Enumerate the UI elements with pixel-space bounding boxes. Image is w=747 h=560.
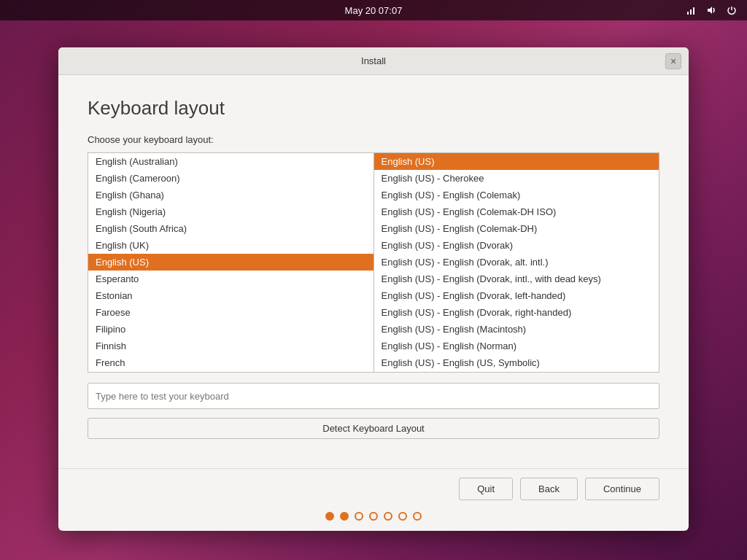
progress-dot-6: [398, 512, 407, 521]
progress-dot-3: [355, 512, 363, 521]
progress-dot-2: [340, 512, 349, 521]
list-item[interactable]: English (US): [88, 254, 374, 271]
list-item[interactable]: English (South Africa): [88, 220, 374, 237]
list-item[interactable]: English (US) - English (Dvorak, alt. int…: [374, 254, 659, 271]
progress-dot-7: [413, 512, 422, 521]
progress-dot-1: [325, 512, 334, 521]
progress-dot-5: [384, 512, 392, 521]
list-item[interactable]: English (Australian): [88, 153, 374, 170]
keyboard-lists: English (Australian)English (Cameroon)En…: [88, 152, 659, 373]
close-button[interactable]: ×: [665, 53, 681, 69]
list-item[interactable]: English (Nigeria): [88, 203, 374, 220]
svg-rect-1: [690, 9, 692, 15]
list-item[interactable]: English (US) - English (Dvorak): [374, 237, 659, 254]
list-item[interactable]: Finnish: [88, 338, 374, 354]
continue-button[interactable]: Continue: [585, 478, 659, 500]
list-item[interactable]: English (US) - English (US, Symbolic): [374, 354, 659, 371]
list-item[interactable]: English (US) - English (Dvorak, right-ha…: [374, 304, 659, 321]
topbar-icons: [684, 4, 738, 17]
list-item[interactable]: French: [88, 354, 374, 371]
install-dialog: Install × Keyboard layout Choose your ke…: [58, 47, 689, 531]
choose-label: Choose your keyboard layout:: [88, 134, 659, 145]
list-item[interactable]: English (US) - English (Norman): [374, 338, 659, 354]
layout-variant-list[interactable]: English (US)English (US) - CherokeeEngli…: [374, 152, 660, 373]
detect-layout-button[interactable]: Detect Keyboard Layout: [88, 418, 659, 439]
keyboard-test-input[interactable]: [88, 383, 659, 409]
svg-rect-2: [693, 7, 694, 15]
list-item[interactable]: English (US) - English (Colemak-DH ISO): [374, 203, 659, 220]
content-area: Keyboard layout Choose your keyboard lay…: [58, 75, 689, 468]
list-item[interactable]: English (US) - English (Dvorak, left-han…: [374, 287, 659, 304]
list-item[interactable]: English (US) - English (Dvorak, intl., w…: [374, 271, 659, 287]
svg-marker-3: [708, 7, 712, 14]
page-title: Keyboard layout: [88, 97, 659, 120]
list-item[interactable]: Faroese: [88, 304, 374, 321]
list-item[interactable]: English (Ghana): [88, 187, 374, 203]
title-bar: Install ×: [58, 47, 689, 75]
topbar: May 20 07:07: [0, 0, 747, 20]
quit-button[interactable]: Quit: [459, 478, 513, 500]
list-item[interactable]: Esperanto: [88, 271, 374, 287]
list-item[interactable]: Estonian: [88, 287, 374, 304]
back-button[interactable]: Back: [520, 478, 578, 500]
bottom-bar: Quit Back Continue: [58, 468, 689, 512]
network-icon: [684, 4, 697, 17]
list-item[interactable]: English (US): [374, 153, 659, 170]
list-item[interactable]: Filipino: [88, 321, 374, 338]
progress-dot-4: [369, 512, 378, 521]
list-item[interactable]: English (US) - English (Colemak): [374, 187, 659, 203]
list-item[interactable]: English (US) - English (Macintosh): [374, 321, 659, 338]
language-list[interactable]: English (Australian)English (Cameroon)En…: [88, 152, 374, 373]
list-item[interactable]: English (Cameroon): [88, 170, 374, 187]
progress-dots: [58, 512, 689, 531]
dialog-title: Install: [361, 55, 386, 66]
volume-icon: [705, 4, 718, 17]
list-item[interactable]: English (US) - Cherokee: [374, 170, 659, 187]
power-icon[interactable]: [725, 4, 738, 17]
topbar-datetime: May 20 07:07: [345, 5, 403, 16]
list-item[interactable]: English (US) - English (Colemak-DH): [374, 220, 659, 237]
svg-rect-0: [687, 12, 689, 15]
list-item[interactable]: English (UK): [88, 237, 374, 254]
list-item[interactable]: English (US) - English (US, alt. intl.): [374, 371, 659, 373]
